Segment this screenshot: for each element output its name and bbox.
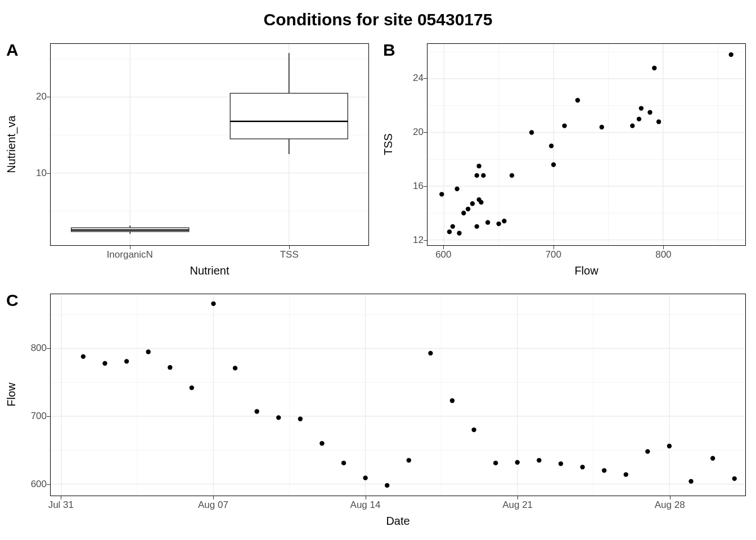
tick-mark: [554, 246, 554, 249]
svg-point-75: [81, 354, 86, 359]
panel-c-xtick: Aug 07: [191, 500, 236, 511]
svg-point-85: [298, 417, 303, 421]
panel-b-xlabel: Flow: [427, 264, 746, 277]
panel-b-xtick: 600: [426, 249, 460, 260]
panel-a-boxplot: [50, 43, 369, 246]
figure: Conditions for site 05430175 A Nutrient …: [0, 0, 756, 540]
svg-point-86: [320, 441, 324, 446]
panel-a-xtick: InorganicN: [96, 249, 164, 260]
svg-point-35: [466, 206, 470, 211]
svg-point-76: [102, 361, 107, 366]
svg-point-101: [645, 449, 650, 453]
svg-point-97: [559, 461, 563, 466]
panel-c-xtick: Aug 28: [647, 500, 692, 511]
panel-b-ytick: 16: [406, 181, 424, 192]
svg-point-37: [474, 173, 479, 178]
tick-mark: [518, 496, 518, 500]
panel-a-xlabel: Nutrient: [50, 264, 369, 277]
svg-point-52: [600, 125, 604, 129]
svg-point-79: [168, 365, 172, 370]
svg-point-54: [637, 116, 641, 121]
svg-point-81: [211, 302, 215, 306]
panel-label-b: B: [383, 40, 395, 60]
svg-point-91: [428, 351, 433, 356]
tick-mark: [289, 246, 290, 249]
tick-mark: [47, 416, 50, 417]
tick-mark: [47, 348, 50, 349]
panel-c-xlabel: Date: [50, 515, 746, 528]
panel-b-ytick: 12: [406, 235, 424, 246]
svg-point-57: [652, 66, 656, 70]
svg-point-50: [562, 123, 566, 128]
panel-a-ylabel: Nutrient_va: [5, 111, 18, 178]
svg-point-94: [493, 461, 498, 465]
svg-point-77: [124, 359, 129, 363]
panel-a-xtick: TSS: [255, 249, 323, 260]
svg-point-84: [276, 415, 281, 420]
svg-point-98: [580, 465, 584, 469]
svg-point-92: [450, 398, 454, 403]
panel-a-ytick: 20: [29, 91, 47, 102]
panel-c-scatter: [50, 294, 746, 496]
panel-label-c: C: [6, 291, 19, 310]
tick-mark: [213, 496, 214, 500]
panel-b-scatter: [427, 43, 746, 246]
tick-mark: [443, 246, 444, 249]
panel-c-ytick: 700: [26, 411, 47, 422]
svg-point-48: [549, 143, 554, 148]
svg-point-41: [479, 200, 483, 204]
svg-point-44: [496, 222, 501, 226]
svg-point-53: [630, 123, 634, 128]
panel-c-ytick: 800: [26, 343, 47, 354]
panel-b-xtick: 800: [646, 249, 680, 260]
svg-point-82: [233, 366, 237, 370]
svg-point-42: [481, 173, 485, 178]
tick-mark: [424, 132, 427, 133]
figure-title: Conditions for site 05430175: [0, 10, 756, 29]
svg-point-49: [551, 163, 556, 167]
svg-point-80: [190, 385, 194, 390]
svg-point-33: [457, 231, 461, 235]
svg-point-83: [254, 409, 259, 413]
svg-point-78: [146, 349, 150, 354]
svg-point-38: [474, 224, 479, 228]
svg-point-96: [537, 458, 541, 462]
svg-rect-13: [230, 93, 348, 139]
svg-point-43: [485, 220, 490, 224]
panel-b-ytick: 24: [406, 73, 424, 84]
svg-point-36: [470, 201, 475, 206]
svg-point-32: [454, 187, 459, 191]
svg-point-31: [451, 224, 455, 228]
svg-point-51: [575, 98, 580, 102]
svg-point-59: [728, 52, 733, 57]
svg-point-105: [732, 476, 737, 481]
svg-point-89: [385, 483, 389, 488]
tick-mark: [366, 496, 366, 500]
svg-point-47: [529, 130, 534, 134]
tick-mark: [47, 173, 50, 174]
panel-c-xtick: Aug 14: [343, 500, 388, 511]
svg-point-45: [502, 219, 506, 223]
svg-point-30: [447, 230, 452, 234]
panel-b-ytick: 20: [406, 127, 424, 138]
svg-point-55: [639, 106, 644, 110]
panel-b-xtick: 700: [537, 249, 570, 260]
svg-point-40: [476, 164, 481, 168]
svg-point-104: [710, 456, 715, 461]
svg-point-102: [667, 444, 672, 448]
svg-point-87: [341, 461, 346, 465]
panel-c-ylabel: Flow: [5, 367, 18, 423]
panel-c-xtick: Aug 21: [495, 500, 540, 511]
svg-point-99: [602, 468, 606, 472]
tick-mark: [663, 246, 664, 249]
panel-label-a: A: [6, 40, 19, 60]
tick-mark: [47, 97, 50, 97]
svg-point-90: [407, 458, 411, 462]
svg-point-34: [461, 211, 466, 215]
tick-mark: [424, 186, 427, 187]
svg-point-100: [624, 472, 628, 476]
svg-point-29: [439, 192, 444, 196]
svg-point-46: [510, 173, 514, 178]
svg-point-58: [656, 119, 661, 124]
svg-point-103: [688, 479, 693, 484]
